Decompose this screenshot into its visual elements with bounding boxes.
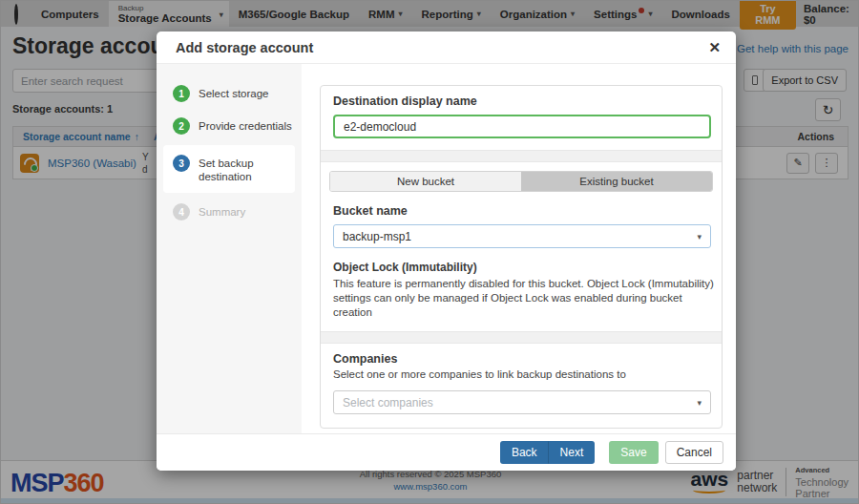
step-summary: 4 Summary xyxy=(157,196,302,228)
companies-section: Companies Select one or more companies t… xyxy=(321,344,722,426)
step-2-label: Provide credentials xyxy=(199,117,292,133)
chevron-down-icon: ▾ xyxy=(697,398,702,408)
modal-body: 1 Select storage 2 Provide credentials 3… xyxy=(157,64,736,433)
bucket-name-select[interactable]: backup-msp1 ▾ xyxy=(333,224,711,248)
section-divider xyxy=(321,150,722,162)
display-name-label: Destination display name xyxy=(333,94,709,108)
close-icon[interactable]: ✕ xyxy=(708,39,721,56)
bucket-section: New bucket Existing bucket Bucket name b… xyxy=(321,162,722,331)
chevron-down-icon: ▾ xyxy=(697,232,702,242)
back-next-group: Back Next xyxy=(500,441,595,464)
modal-title: Add storage account xyxy=(176,40,313,55)
companies-placeholder: Select companies xyxy=(343,396,433,410)
object-lock-description: This feature is permanently disabled for… xyxy=(333,277,717,320)
app-window: Computers Backup Storage Accounts ▾ M365… xyxy=(0,0,859,504)
step-provide-credentials[interactable]: 2 Provide credentials xyxy=(157,110,302,142)
wizard-steps: 1 Select storage 2 Provide credentials 3… xyxy=(157,64,302,433)
display-name-section: Destination display name xyxy=(321,86,722,150)
tab-existing-bucket[interactable]: Existing bucket xyxy=(521,172,712,191)
bucket-mode-tabs: New bucket Existing bucket xyxy=(329,171,713,192)
step-3-circle: 3 xyxy=(173,155,190,172)
bucket-name-label: Bucket name xyxy=(333,204,709,218)
step-1-circle: 1 xyxy=(173,85,190,102)
tab-new-bucket[interactable]: New bucket xyxy=(330,172,521,191)
wizard-content: Destination display name New bucket Exis… xyxy=(302,64,736,433)
step-3-label: Set backup destination xyxy=(199,155,283,183)
next-button[interactable]: Next xyxy=(549,441,596,464)
save-button[interactable]: Save xyxy=(609,441,658,464)
step-4-label: Summary xyxy=(199,203,245,219)
step-select-storage[interactable]: 1 Select storage xyxy=(157,77,302,110)
back-button[interactable]: Back xyxy=(500,441,549,464)
companies-label: Companies xyxy=(333,352,709,366)
object-lock-title: Object Lock (Immutability) xyxy=(333,261,709,274)
add-storage-account-modal: Add storage account ✕ 1 Select storage 2… xyxy=(157,32,736,471)
bucket-name-value: backup-msp1 xyxy=(343,230,411,243)
cancel-button[interactable]: Cancel xyxy=(665,441,723,464)
step-1-label: Select storage xyxy=(199,85,269,100)
companies-description: Select one or more companies to link bac… xyxy=(333,368,717,382)
modal-footer: Back Next Save Cancel xyxy=(157,433,736,471)
step-4-circle: 4 xyxy=(173,203,190,220)
section-divider xyxy=(321,331,722,344)
display-name-input[interactable] xyxy=(333,115,711,138)
form-panel: Destination display name New bucket Exis… xyxy=(320,85,723,429)
modal-header: Add storage account ✕ xyxy=(157,32,736,64)
step-set-backup-destination[interactable]: 3 Set backup destination xyxy=(163,145,295,193)
companies-select[interactable]: Select companies ▾ xyxy=(333,390,711,414)
step-2-circle: 2 xyxy=(173,117,190,135)
